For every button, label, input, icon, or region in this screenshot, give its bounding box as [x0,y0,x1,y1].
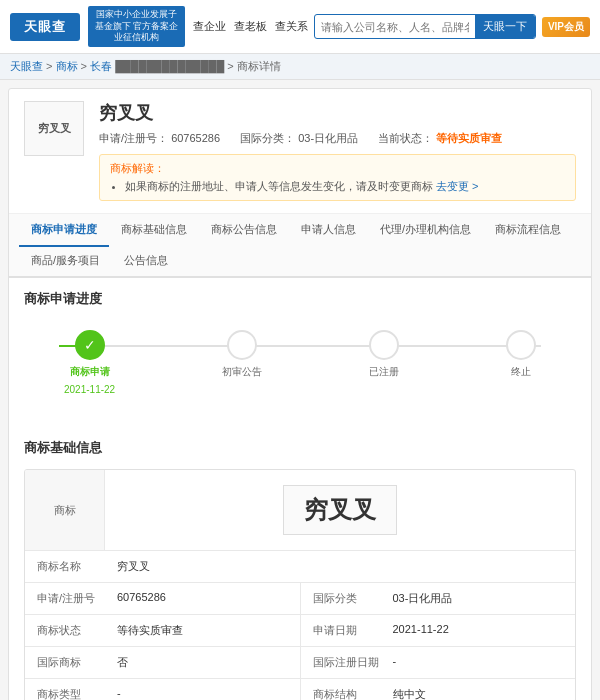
progress-steps: ✓ 商标申请 2021-11-22 初审公告 已注册 [64,330,536,395]
breadcrumb-sep3: > [227,60,236,72]
trademark-note: 商标解读： 如果商标的注册地址、申请人等信息发生变化，请及时变更商标 去变更 > [99,154,576,201]
apply-date-value: 2021-11-22 [393,623,564,638]
trademark-logo-box: 穷叉叉 [24,101,84,156]
tm-type-label: 商标类型 [37,687,117,700]
step-label-2: 初审公告 [222,365,262,379]
info-row-intl: 国际商标 否 国际注册日期 - [25,647,575,679]
step-circle-3 [369,330,399,360]
note-title: 商标解读： [110,161,565,176]
ad-text: 国家中小企业发展子基金旗下 官方备案企业征信机构 [95,9,179,42]
tm-status-value: 等待实质审查 [117,623,288,638]
breadcrumb-current: 商标详情 [237,60,281,72]
reg-number-value: 60765286 [171,132,220,144]
tab-goods[interactable]: 商品/服务项目 [19,245,112,278]
cell-tm-structure: 商标结构 纯中文 [301,679,576,700]
breadcrumb-level2[interactable]: 长春 [90,60,112,72]
tab-progress[interactable]: 商标申请进度 [19,214,109,247]
step-circle-4 [506,330,536,360]
tab-process[interactable]: 商标流程信息 [483,214,573,247]
header-right: 查企业 查老板 查关系 天眼一下 VIP会员 [193,14,590,39]
cell-tm-type: 商标类型 - [25,679,301,700]
tab-announcement[interactable]: 商标公告信息 [199,214,289,247]
cell-name: 商标名称 穷叉叉 [25,551,575,582]
trademark-meta: 申请/注册号： 60765286 国际分类： 03-日化用品 当前状态： 等待实… [99,131,576,146]
intl-tm-label: 国际商标 [37,655,117,670]
step-label-4: 终止 [511,365,531,379]
intl-reg-date-label: 国际注册日期 [313,655,393,670]
logo[interactable]: 天眼查 [10,13,80,41]
step-circle-1: ✓ [75,330,105,360]
step-circle-2 [227,330,257,360]
breadcrumb-home[interactable]: 天眼查 [10,60,43,72]
intl-tm-value: 否 [117,655,288,670]
vip-badge[interactable]: VIP会员 [542,17,590,37]
breadcrumb-ellipsis: ██████████████ [115,60,227,72]
search-button[interactable]: 天眼一下 [475,15,535,38]
tm-structure-value: 纯中文 [393,687,564,700]
info-row-reg: 申请/注册号 60765286 国际分类 03-日化用品 [25,583,575,615]
note-content: 如果商标的注册地址、申请人等信息发生变化，请及时变更商标 去变更 > [125,179,565,194]
progress-title: 商标申请进度 [24,290,576,308]
cell-intl-class: 国际分类 03-日化用品 [301,583,576,614]
breadcrumb-level1[interactable]: 商标 [56,60,78,72]
intl-class-value: 03-日化用品 [298,132,358,144]
tab-public[interactable]: 公告信息 [112,245,180,278]
trademark-logo-text: 穷叉叉 [38,121,71,136]
step-date-1: 2021-11-22 [64,384,115,395]
main-card: 穷叉叉 穷叉叉 申请/注册号： 60765286 国际分类： 03-日化用品 当… [8,88,592,700]
step-label-1: 商标申请 [70,365,110,379]
cell-apply-date: 申请日期 2021-11-22 [301,615,576,646]
nav-query-relation[interactable]: 查关系 [275,19,308,34]
progress-step-2: 初审公告 [222,330,262,395]
trademark-preview-text: 穷叉叉 [283,485,397,535]
tm-structure-label: 商标结构 [313,687,393,700]
info-row-type: 商标类型 - 商标结构 纯中文 [25,679,575,700]
cell-reg-num: 申请/注册号 60765286 [25,583,301,614]
tab-applicant[interactable]: 申请人信息 [289,214,368,247]
trademark-header: 穷叉叉 穷叉叉 申请/注册号： 60765286 国际分类： 03-日化用品 当… [9,89,591,214]
tab-agent[interactable]: 代理/办理机构信息 [368,214,483,247]
status-label: 当前状态： 等待实质审查 [378,131,502,146]
search-input[interactable] [315,18,475,36]
intl-class-label: 国际分类： 03-日化用品 [240,131,358,146]
status-value: 等待实质审查 [436,132,502,144]
cell-tm-status: 商标状态 等待实质审查 [25,615,301,646]
progress-step-3: 已注册 [369,330,399,395]
search-box: 天眼一下 [314,14,536,39]
cell-intl-reg-date: 国际注册日期 - [301,647,576,678]
name-value: 穷叉叉 [117,559,563,574]
step-label-3: 已注册 [369,365,399,379]
name-label: 商标名称 [37,559,117,574]
page-header: 天眼查 国家中小企业发展子基金旗下 官方备案企业征信机构 查企业 查老板 查关系… [0,0,600,54]
trademark-name: 穷叉叉 [99,101,576,125]
basic-info-section: 商标基础信息 商标 穷叉叉 商标名称 穷叉叉 申请/注册号 [9,427,591,700]
tm-image-value: 穷叉叉 [105,470,575,550]
progress-step-1: ✓ 商标申请 2021-11-22 [64,330,115,395]
intl-reg-date-value: - [393,655,564,670]
basic-info-title: 商标基础信息 [24,439,576,457]
logo-area: 天眼查 [10,13,80,41]
trademark-info: 穷叉叉 申请/注册号： 60765286 国际分类： 03-日化用品 当前状态：… [99,101,576,201]
tab-basic-info[interactable]: 商标基础信息 [109,214,199,247]
tm-type-value: - [117,687,288,700]
note-link[interactable]: 去变更 > [436,180,478,192]
basic-info-table: 商标 穷叉叉 商标名称 穷叉叉 申请/注册号 60765286 国 [24,469,576,700]
progress-area: ✓ 商标申请 2021-11-22 初审公告 已注册 [24,320,576,415]
reg-number-label: 申请/注册号： 60765286 [99,131,220,146]
tm-image-label: 商标 [25,470,105,550]
tab-bar: 商标申请进度 商标基础信息 商标公告信息 申请人信息 代理/办理机构信息 商标流… [9,214,591,278]
cell-intl-tm: 国际商标 否 [25,647,301,678]
progress-step-4: 终止 [506,330,536,395]
ad-banner: 国家中小企业发展子基金旗下 官方备案企业征信机构 [88,6,185,47]
info-row-name: 商标名称 穷叉叉 [25,551,575,583]
nav-query-company[interactable]: 查企业 [193,19,226,34]
progress-section: 商标申请进度 ✓ 商标申请 2021-11-22 [9,278,591,427]
tm-status-label: 商标状态 [37,623,117,638]
intl-class-value2: 03-日化用品 [393,591,564,606]
intl-class-label2: 国际分类 [313,591,393,606]
reg-num-value: 60765286 [117,591,288,606]
nav-query-boss[interactable]: 查老板 [234,19,267,34]
info-row-status: 商标状态 等待实质审查 申请日期 2021-11-22 [25,615,575,647]
reg-num-label: 申请/注册号 [37,591,117,606]
apply-date-label: 申请日期 [313,623,393,638]
